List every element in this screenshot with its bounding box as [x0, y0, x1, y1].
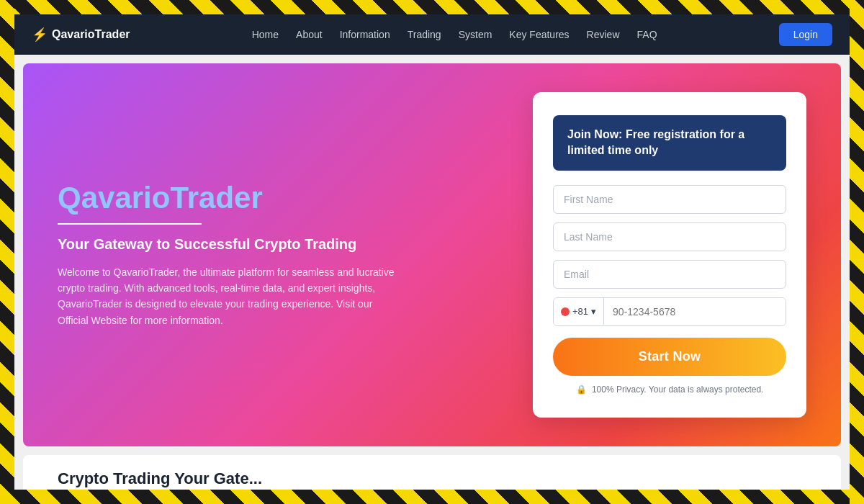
nav-system[interactable]: System: [459, 29, 492, 40]
nav-home[interactable]: Home: [252, 29, 279, 40]
hero-underline: [58, 223, 202, 225]
phone-code: +81: [572, 306, 588, 317]
bottom-teaser-title: Crypto Trading Your Gate...: [58, 469, 262, 488]
form-header: Join Now: Free registration for a limite…: [553, 115, 786, 171]
hero-section: QavarioTrader Your Gateway to Successful…: [23, 63, 841, 446]
nav-trading[interactable]: Trading: [408, 29, 441, 40]
email-input[interactable]: [553, 260, 786, 289]
login-button[interactable]: Login: [779, 23, 832, 46]
nav-information[interactable]: Information: [340, 29, 390, 40]
hero-title: QavarioTrader: [58, 181, 403, 215]
nav-about[interactable]: About: [296, 29, 323, 40]
registration-form-card: Join Now: Free registration for a limite…: [533, 92, 806, 418]
brand-name: QavarioTrader: [52, 28, 130, 41]
page-wrapper: ⚡ QavarioTrader Home About Information T…: [14, 14, 850, 490]
start-now-button[interactable]: Start Now: [553, 338, 786, 376]
phone-input[interactable]: [604, 298, 786, 325]
hazard-border-top: [0, 0, 864, 14]
privacy-note: 🔒 100% Privacy. Your data is always prot…: [553, 384, 786, 395]
hazard-border-left: [0, 0, 14, 504]
lock-icon: 🔒: [576, 384, 587, 395]
brand: ⚡ QavarioTrader: [32, 27, 130, 42]
dropdown-arrow-icon: ▾: [591, 306, 596, 317]
phone-country-selector[interactable]: +81 ▾: [554, 298, 604, 325]
phone-row: +81 ▾: [553, 297, 786, 326]
hero-subtitle: Your Gateway to Successful Crypto Tradin…: [58, 236, 403, 253]
nav-faq[interactable]: FAQ: [637, 29, 657, 40]
nav-links: Home About Information Trading System Ke…: [252, 29, 657, 40]
hazard-border-right: [850, 0, 864, 504]
nav-review[interactable]: Review: [587, 29, 620, 40]
hero-description: Welcome to QavarioTrader, the ultimate p…: [58, 264, 403, 329]
nav-key-features[interactable]: Key Features: [509, 29, 569, 40]
last-name-input[interactable]: [553, 222, 786, 251]
hazard-border-bottom: [0, 490, 864, 504]
first-name-input[interactable]: [553, 185, 786, 214]
bottom-teaser: Crypto Trading Your Gate...: [23, 455, 841, 490]
navbar: ⚡ QavarioTrader Home About Information T…: [14, 14, 850, 55]
hero-left: QavarioTrader Your Gateway to Successful…: [58, 181, 403, 329]
flag-icon: [561, 307, 570, 316]
lightning-icon: ⚡: [32, 27, 48, 42]
